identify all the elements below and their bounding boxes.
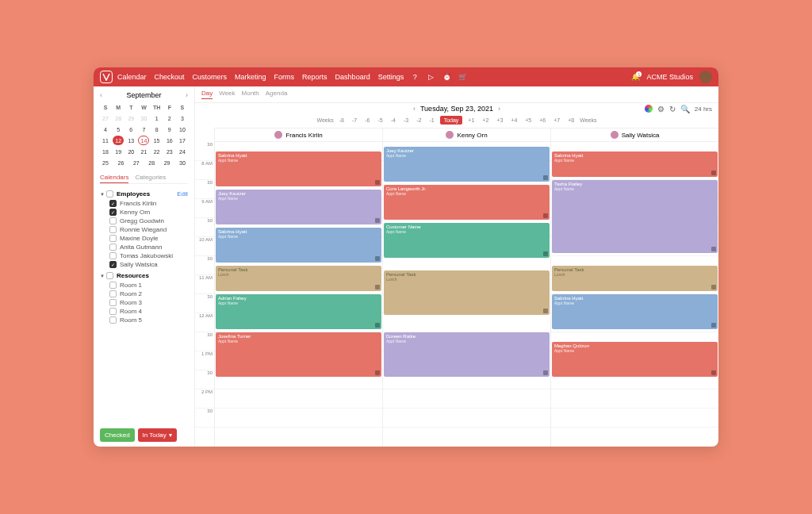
appointment[interactable]: Josefina TurnerAppt Name: [216, 332, 381, 377]
checkbox[interactable]: [109, 226, 117, 233]
appointment[interactable]: Sabrina HyattAppt Name: [552, 294, 718, 329]
tab-calendars[interactable]: Calendars: [100, 174, 128, 183]
appointment[interactable]: Customer NameAppt Name: [384, 223, 550, 258]
appointment[interactable]: Tasha FlatleyAppt Name: [552, 180, 718, 253]
bell-icon[interactable]: 🔔1: [631, 73, 640, 81]
checkbox[interactable]: [109, 252, 117, 259]
calendar-column[interactable]: Joey KautzerAppt NameCora Langworth Jr.A…: [382, 142, 550, 447]
checkbox[interactable]: [109, 209, 117, 216]
employee-item[interactable]: Gregg Goodwin: [100, 217, 188, 225]
today-button[interactable]: Today: [440, 116, 463, 125]
cal-day[interactable]: 17: [177, 136, 188, 145]
calendar-column[interactable]: Sabrina HyattAppt NameJoey KautzerAppt N…: [214, 142, 382, 447]
nav-customers[interactable]: Customers: [193, 73, 228, 81]
edit-link[interactable]: Edit: [177, 190, 188, 198]
resource-item[interactable]: Room 4: [100, 307, 188, 316]
week-offset[interactable]: -2: [414, 117, 423, 124]
resource-item[interactable]: Room 5: [100, 316, 188, 324]
refresh-icon[interactable]: ↻: [669, 105, 676, 113]
appointment[interactable]: Sabrina HyattAppt Name: [552, 152, 718, 177]
cal-day[interactable]: 4: [100, 125, 111, 134]
user-avatar[interactable]: [699, 71, 712, 83]
checkbox[interactable]: [109, 244, 117, 251]
nav-calendar[interactable]: Calendar: [117, 73, 147, 81]
week-offset[interactable]: -6: [362, 117, 372, 124]
cal-day[interactable]: 27: [100, 113, 111, 123]
cal-day[interactable]: 26: [115, 158, 126, 167]
employee-item[interactable]: Ronnie Wiegand: [100, 225, 188, 234]
cal-day[interactable]: 29: [125, 113, 136, 123]
cal-day[interactable]: 14: [138, 136, 149, 145]
clock-icon[interactable]: ⏰: [442, 72, 451, 82]
gear-icon[interactable]: ⚙: [657, 105, 665, 113]
appointment[interactable]: Adrian FaheyAppt Name: [216, 294, 381, 329]
view-tab-month[interactable]: Month: [242, 90, 259, 99]
checkbox[interactable]: [109, 261, 117, 268]
nav-dashboard[interactable]: Dashboard: [335, 73, 370, 81]
employee-item[interactable]: Tomas Jakubowski: [100, 251, 188, 260]
next-month-icon[interactable]: ›: [186, 91, 188, 99]
cal-day[interactable]: 3: [177, 113, 188, 123]
week-offset[interactable]: +6: [537, 117, 548, 124]
appointment[interactable]: Meghan QuitzonAppt Name: [552, 342, 718, 377]
next-day-icon[interactable]: ›: [498, 105, 500, 113]
checkbox[interactable]: [109, 299, 117, 306]
checkbox[interactable]: [109, 290, 117, 297]
cal-day[interactable]: 16: [164, 136, 175, 145]
resource-item[interactable]: Room 2: [100, 290, 188, 298]
cal-day[interactable]: 12: [113, 136, 124, 145]
view-tab-week[interactable]: Week: [219, 90, 235, 99]
resources-header[interactable]: ▼ Resources: [100, 270, 188, 281]
calendar-column[interactable]: Sabrina HyattAppt NameTasha FlatleyAppt …: [550, 142, 718, 447]
employee-item[interactable]: Francis Kirlin: [100, 199, 188, 208]
cal-day[interactable]: 1: [151, 113, 163, 123]
company-name[interactable]: ACME Studios: [646, 73, 693, 81]
search-icon[interactable]: 🔍: [680, 105, 690, 113]
cal-day[interactable]: 21: [138, 147, 149, 156]
cal-day[interactable]: 18: [100, 147, 111, 156]
week-offset[interactable]: +8: [565, 117, 576, 124]
week-offset[interactable]: +7: [551, 117, 562, 124]
week-offset[interactable]: +4: [508, 117, 519, 124]
week-offset[interactable]: +3: [494, 117, 505, 124]
cal-day[interactable]: 5: [113, 125, 124, 134]
appointment[interactable]: Doreen RatkeAppt Name: [384, 332, 550, 377]
nav-reports[interactable]: Reports: [302, 73, 327, 81]
cal-day[interactable]: 13: [125, 136, 136, 145]
week-offset[interactable]: +2: [480, 117, 491, 124]
checkbox[interactable]: [109, 316, 117, 324]
prev-month-icon[interactable]: ‹: [100, 91, 102, 99]
resource-item[interactable]: Room 1: [100, 281, 188, 290]
week-offset[interactable]: -8: [337, 117, 347, 124]
hours-toggle[interactable]: 24 hrs: [695, 105, 712, 113]
checkbox[interactable]: [109, 308, 117, 315]
cal-day[interactable]: 19: [113, 147, 124, 156]
prev-day-icon[interactable]: ‹: [413, 105, 416, 113]
checkbox[interactable]: [109, 282, 117, 289]
appointment[interactable]: Sabrina HyattAppt Name: [216, 152, 381, 186]
cal-day[interactable]: 10: [177, 125, 188, 134]
resource-item[interactable]: Room 3: [100, 298, 188, 307]
employee-column-header[interactable]: Sally Watsica: [550, 128, 718, 141]
resources-checkbox[interactable]: [106, 272, 113, 279]
cal-day[interactable]: 24: [177, 147, 188, 156]
checkbox[interactable]: [109, 200, 117, 207]
week-offset[interactable]: +5: [523, 117, 534, 124]
cal-day[interactable]: 7: [138, 125, 149, 134]
employee-item[interactable]: Anita Gutmann: [100, 243, 188, 251]
employees-checkbox[interactable]: [106, 190, 113, 198]
cal-day[interactable]: 15: [151, 136, 163, 145]
appointment[interactable]: Joey KautzerAppt Name: [216, 190, 381, 224]
employee-column-header[interactable]: Francis Kirlin: [214, 128, 382, 141]
cal-day[interactable]: 25: [100, 158, 111, 167]
appointment[interactable]: Personal TaskLunch: [384, 270, 550, 315]
intoday-button[interactable]: In Today▾: [138, 428, 177, 442]
cal-day[interactable]: 9: [164, 125, 175, 134]
cart-icon[interactable]: 🛒: [458, 72, 467, 82]
logo-icon[interactable]: [100, 71, 113, 83]
appointment[interactable]: Personal TaskLunch: [552, 266, 718, 291]
nav-checkout[interactable]: Checkout: [155, 73, 185, 81]
week-offset[interactable]: +1: [465, 117, 477, 124]
employee-column-header[interactable]: Kenny Orn: [382, 128, 550, 141]
view-tab-day[interactable]: Day: [201, 90, 213, 99]
